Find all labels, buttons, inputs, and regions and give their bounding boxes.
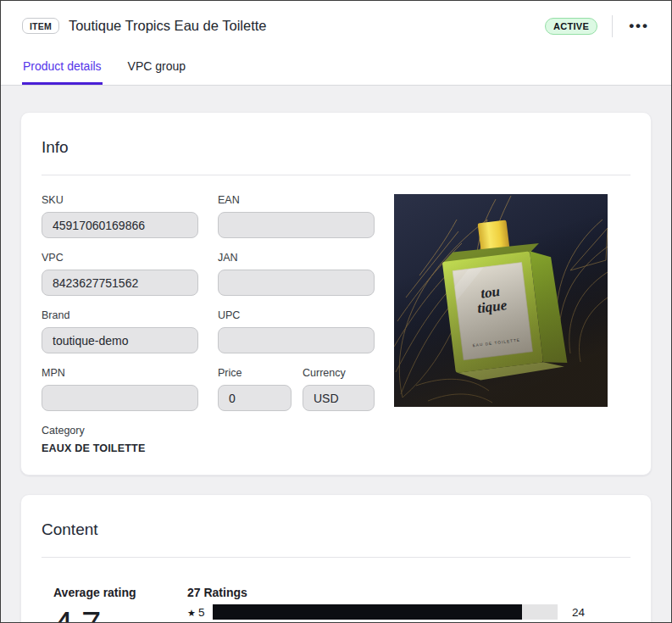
- rating-bar-5: [213, 604, 558, 620]
- ean-input[interactable]: [218, 212, 375, 238]
- rating-bar-5-fill: [213, 604, 522, 620]
- average-rating-label: Average rating: [53, 586, 187, 599]
- star-5-label: ★5: [187, 606, 213, 619]
- vpc-label: VPC: [42, 252, 198, 264]
- header-divider: [612, 15, 613, 37]
- brand-input[interactable]: [42, 327, 198, 353]
- category-label: Category: [42, 425, 375, 437]
- content-card-divider: [42, 557, 630, 558]
- rating-row-5-stars: ★5 24: [187, 604, 630, 620]
- vpc-input[interactable]: [42, 270, 198, 296]
- item-type-badge: ITEM: [22, 18, 59, 34]
- brand-label: Brand: [42, 309, 198, 321]
- rating-count-5: 24: [572, 606, 585, 619]
- category-value: EAUX DE TOILETTE: [42, 442, 375, 454]
- main-content: Info SKU EAN VPC: [1, 86, 671, 623]
- info-card-divider: [42, 175, 630, 175]
- info-fields: SKU EAN VPC JAN: [42, 194, 375, 454]
- content-card: Content Average rating 4.7 out of 5 star…: [20, 494, 652, 623]
- category-block: Category EAUX DE TOILETTE: [42, 425, 375, 454]
- tab-bar: Product details VPC group: [1, 51, 671, 86]
- price-label: Price: [218, 367, 292, 379]
- upc-input[interactable]: [218, 327, 375, 353]
- average-rating-block: Average rating 4.7 out of 5 stars: [53, 586, 187, 623]
- star-icon: ★: [187, 608, 196, 618]
- sku-label: SKU: [42, 194, 198, 206]
- content-card-title: Content: [42, 519, 630, 541]
- ratings-heading: 27 Ratings: [187, 586, 630, 599]
- tab-vpc-group[interactable]: VPC group: [127, 51, 186, 85]
- info-card-title: Info: [42, 136, 630, 159]
- currency-label: Currency: [303, 367, 375, 379]
- page-header: ITEM Toutique Tropics Eau de Toilette AC…: [1, 1, 671, 51]
- sku-input[interactable]: [42, 212, 198, 238]
- ratings-block: 27 Ratings ★5 24 ★4 1: [187, 586, 630, 623]
- jan-input[interactable]: [218, 270, 375, 296]
- info-card: Info SKU EAN VPC: [20, 112, 652, 476]
- ean-label: EAN: [218, 194, 375, 206]
- more-actions-icon[interactable]: •••: [627, 15, 651, 36]
- currency-input[interactable]: [303, 385, 375, 411]
- average-rating-value: 4.7: [53, 604, 100, 623]
- upc-label: UPC: [218, 309, 375, 321]
- status-badge: ACTIVE: [545, 18, 597, 35]
- product-image: tou tique EAU DE TOILETTE: [394, 194, 608, 407]
- tab-product-details[interactable]: Product details: [22, 51, 103, 85]
- page-title: Toutique Tropics Eau de Toilette: [69, 18, 545, 34]
- mpn-input[interactable]: [42, 385, 198, 411]
- price-input[interactable]: [218, 385, 292, 411]
- jan-label: JAN: [218, 252, 375, 264]
- mpn-label: MPN: [42, 367, 198, 379]
